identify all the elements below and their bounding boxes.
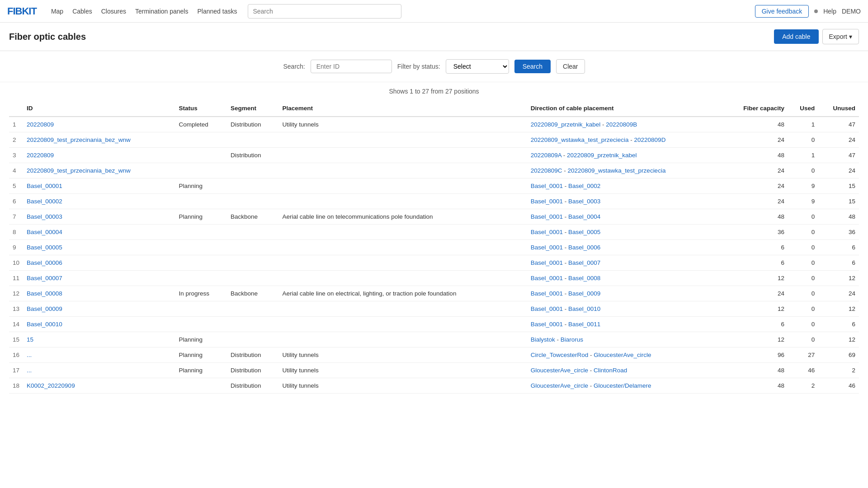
row-id[interactable]: Basel_00009 xyxy=(23,301,175,317)
table-row: 120220809CompletedDistributionUtility tu… xyxy=(9,117,859,132)
row-direction[interactable]: Basel_0001 - Basel_0007 xyxy=(527,255,722,271)
table-body: 120220809CompletedDistributionUtility tu… xyxy=(9,117,859,394)
add-cable-button[interactable]: Add cable xyxy=(774,29,818,44)
row-fiber-capacity: 24 xyxy=(722,286,788,301)
row-direction[interactable]: GloucesterAve_circle - Gloucester/Delame… xyxy=(527,378,722,394)
give-feedback-button[interactable]: Give feedback xyxy=(755,5,809,18)
row-id[interactable]: Basel_00001 xyxy=(23,178,175,194)
demo-button[interactable]: DEMO xyxy=(842,8,861,15)
row-direction[interactable]: Basel_0001 - Basel_0002 xyxy=(527,178,722,194)
col-fiber-capacity: Fiber capacity xyxy=(722,100,788,117)
row-placement xyxy=(278,271,527,286)
row-used: 0 xyxy=(788,286,818,301)
row-direction[interactable]: Basel_0001 - Basel_0011 xyxy=(527,317,722,332)
row-fiber-capacity: 48 xyxy=(722,117,788,132)
row-unused: 24 xyxy=(818,132,859,148)
row-id[interactable]: Basel_00004 xyxy=(23,225,175,240)
row-status xyxy=(175,225,227,240)
clear-button[interactable]: Clear xyxy=(556,59,585,74)
row-placement xyxy=(278,332,527,347)
nav-cables[interactable]: Cables xyxy=(72,8,92,15)
row-used: 0 xyxy=(788,209,818,225)
row-number: 2 xyxy=(9,132,23,148)
row-unused: 46 xyxy=(818,378,859,394)
row-id[interactable]: ... xyxy=(23,363,175,378)
row-number: 17 xyxy=(9,363,23,378)
row-id[interactable]: K0002_20220909 xyxy=(23,378,175,394)
row-used: 1 xyxy=(788,148,818,163)
row-id[interactable]: Basel_00006 xyxy=(23,255,175,271)
col-id: ID xyxy=(23,100,175,117)
row-segment xyxy=(227,240,278,255)
row-status xyxy=(175,194,227,209)
row-id[interactable]: ... xyxy=(23,347,175,363)
row-id[interactable]: 20220809 xyxy=(23,117,175,132)
row-used: 1 xyxy=(788,117,818,132)
page-header: Fiber optic cables Add cable Export ▾ xyxy=(0,23,868,51)
row-unused: 15 xyxy=(818,178,859,194)
row-direction[interactable]: 20220809_wstawka_test_przeciecia - 20220… xyxy=(527,132,722,148)
row-status xyxy=(175,240,227,255)
row-placement xyxy=(278,163,527,178)
row-unused: 12 xyxy=(818,332,859,347)
row-direction[interactable]: Basel_0001 - Basel_0004 xyxy=(527,209,722,225)
row-fiber-capacity: 12 xyxy=(722,271,788,286)
row-id[interactable]: Basel_00003 xyxy=(23,209,175,225)
row-id[interactable]: Basel_00010 xyxy=(23,317,175,332)
row-placement xyxy=(278,178,527,194)
nav-planned-tasks[interactable]: Planned tasks xyxy=(197,8,237,15)
row-id[interactable]: 20220809 xyxy=(23,148,175,163)
row-direction[interactable]: Basel_0001 - Basel_0010 xyxy=(527,301,722,317)
table-row: 17...PlanningDistributionUtility tunnels… xyxy=(9,363,859,378)
row-direction[interactable]: Circle_TowcesterRod - GloucesterAve_circ… xyxy=(527,347,722,363)
row-direction[interactable]: Basel_0001 - Basel_0009 xyxy=(527,286,722,301)
row-segment xyxy=(227,271,278,286)
col-direction: Direction of cable placement xyxy=(527,100,722,117)
row-direction[interactable]: GloucesterAve_circle - ClintonRoad xyxy=(527,363,722,378)
row-number: 8 xyxy=(9,225,23,240)
row-id[interactable]: 15 xyxy=(23,332,175,347)
row-direction[interactable]: Basel_0001 - Basel_0008 xyxy=(527,271,722,286)
row-id[interactable]: 20220809_test_przecinania_bez_wnw xyxy=(23,132,175,148)
row-id[interactable]: Basel_00005 xyxy=(23,240,175,255)
row-id[interactable]: Basel_00007 xyxy=(23,271,175,286)
export-button[interactable]: Export ▾ xyxy=(822,29,859,44)
row-direction[interactable]: Bialystok - Biarorus xyxy=(527,332,722,347)
search-button[interactable]: Search xyxy=(514,60,551,73)
table-row: 18K0002_20220909DistributionUtility tunn… xyxy=(9,378,859,394)
status-select[interactable]: Select Completed Planning In progress xyxy=(446,59,509,74)
row-number: 12 xyxy=(9,286,23,301)
row-status xyxy=(175,271,227,286)
row-id[interactable]: 20220809_test_przecinania_bez_wnw xyxy=(23,163,175,178)
row-unused: 36 xyxy=(818,225,859,240)
top-search-input[interactable] xyxy=(248,4,401,19)
row-direction[interactable]: 20220809A - 20220809_przetnik_kabel xyxy=(527,148,722,163)
top-nav: FIBKIT Map Cables Closures Termination p… xyxy=(0,0,868,23)
row-number: 15 xyxy=(9,332,23,347)
row-direction[interactable]: Basel_0001 - Basel_0003 xyxy=(527,194,722,209)
row-placement xyxy=(278,194,527,209)
help-link[interactable]: Help xyxy=(823,8,836,15)
table-row: 220220809_test_przecinania_bez_wnw202208… xyxy=(9,132,859,148)
row-fiber-capacity: 24 xyxy=(722,163,788,178)
row-id[interactable]: Basel_00002 xyxy=(23,194,175,209)
row-direction[interactable]: Basel_0001 - Basel_0005 xyxy=(527,225,722,240)
table-row: 16...PlanningDistributionUtility tunnels… xyxy=(9,347,859,363)
row-fiber-capacity: 48 xyxy=(722,209,788,225)
row-direction[interactable]: Basel_0001 - Basel_0006 xyxy=(527,240,722,255)
row-direction[interactable]: 20220809C - 20220809_wstawka_test_przeci… xyxy=(527,163,722,178)
row-unused: 47 xyxy=(818,148,859,163)
search-input[interactable] xyxy=(311,60,392,73)
nav-map[interactable]: Map xyxy=(51,8,63,15)
page-title: Fiber optic cables xyxy=(9,32,774,42)
row-used: 9 xyxy=(788,178,818,194)
row-placement: Utility tunnels xyxy=(278,378,527,394)
row-segment xyxy=(227,163,278,178)
row-unused: 2 xyxy=(818,363,859,378)
row-id[interactable]: Basel_00008 xyxy=(23,286,175,301)
row-direction[interactable]: 20220809_przetnik_kabel - 20220809B xyxy=(527,117,722,132)
nav-termination-panels[interactable]: Termination panels xyxy=(135,8,189,15)
row-unused: 69 xyxy=(818,347,859,363)
row-number: 3 xyxy=(9,148,23,163)
nav-closures[interactable]: Closures xyxy=(101,8,126,15)
